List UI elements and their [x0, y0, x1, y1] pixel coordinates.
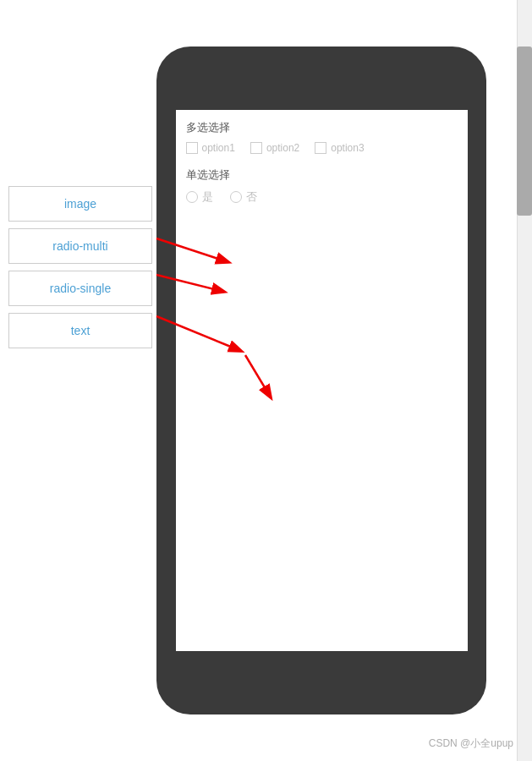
left-panel: image radio-multi radio-single text — [8, 186, 161, 348]
radio-row: 是 否 — [186, 189, 458, 205]
checkbox-option3-input[interactable] — [315, 142, 326, 154]
right-scrollbar[interactable] — [517, 0, 532, 761]
radio-no[interactable]: 否 — [230, 189, 257, 205]
single-select-section: 单选选择 是 否 — [186, 167, 458, 205]
checkbox-row: option1 option2 option3 — [186, 142, 458, 154]
scrollbar-thumb[interactable] — [517, 47, 532, 216]
checkbox-option1[interactable]: option1 — [186, 142, 235, 154]
phone-content[interactable]: 多选选择 option1 option2 option3 — [176, 110, 468, 651]
multi-select-section: 多选选择 option1 option2 option3 — [186, 120, 458, 154]
radio-single-button[interactable]: radio-single — [8, 271, 152, 306]
checkbox-option2-label: option2 — [266, 142, 299, 154]
watermark: CSDN @小全upup — [429, 736, 513, 751]
checkbox-option1-label: option1 — [202, 142, 235, 154]
checkbox-option2[interactable]: option2 — [250, 142, 299, 154]
checkbox-option1-input[interactable] — [186, 142, 198, 154]
text-button[interactable]: text — [8, 313, 152, 348]
checkbox-option3[interactable]: option3 — [315, 142, 364, 154]
radio-yes-input[interactable] — [186, 191, 198, 203]
checkbox-option3-label: option3 — [331, 142, 364, 154]
radio-no-input[interactable] — [230, 191, 242, 203]
radio-no-label: 否 — [246, 189, 257, 205]
radio-yes-label: 是 — [202, 189, 213, 205]
radio-multi-button[interactable]: radio-multi — [8, 228, 152, 264]
phone-screen: 多选选择 option1 option2 option3 — [176, 110, 468, 651]
single-select-label: 单选选择 — [186, 167, 458, 183]
image-button[interactable]: image — [8, 186, 152, 222]
radio-yes[interactable]: 是 — [186, 189, 213, 205]
checkbox-option2-input[interactable] — [250, 142, 262, 154]
multi-select-label: 多选选择 — [186, 120, 458, 135]
phone-frame: 多选选择 option1 option2 option3 — [156, 47, 486, 714]
